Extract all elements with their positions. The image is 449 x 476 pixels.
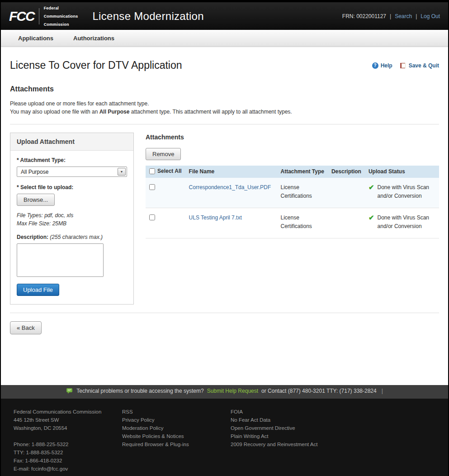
attachment-type-select[interactable]: All Purpose: [17, 167, 127, 177]
file-types-note: File Types: pdf, doc, xls: [17, 211, 127, 219]
instructions-line-2-bold: All Purpose: [99, 109, 130, 115]
check-icon: [369, 214, 374, 222]
max-size-note: Max File Size: 25MB: [17, 219, 127, 228]
footer-link-website-policies[interactable]: Website Policies & Notices: [122, 432, 231, 440]
logout-link[interactable]: Log Out: [421, 13, 440, 19]
attachment-type-value: All Purpose: [21, 169, 118, 175]
attachments-section: Attachments Remove Select All File Name: [146, 133, 439, 238]
footer-fcc-name: Federal Communications Commission: [14, 408, 122, 416]
save-quit-link[interactable]: Save & Quit: [400, 62, 439, 69]
upload-status-cell: Done with Virus Scan and/or Conversion: [365, 208, 439, 238]
remove-button[interactable]: Remove: [146, 148, 181, 160]
help-bar-contact: or Contact (877) 480-3201 TTY: (717) 338…: [261, 388, 377, 394]
footer-fax: Fax: 1-866-418-0232: [14, 457, 122, 465]
content-row: Upload Attachment * Attachment Type: All…: [10, 133, 439, 305]
page: FCC Federal Communications Commission Li…: [1, 0, 448, 476]
upload-status-text: Done with Virus Scan and/or Conversion: [378, 214, 435, 231]
select-all-checkbox[interactable]: [149, 168, 155, 174]
description-cell: [328, 208, 365, 238]
description-cell: [328, 178, 365, 208]
attachment-type-label: * Attachment Type:: [17, 157, 127, 163]
main-nav: Applications Authorizations: [1, 30, 448, 47]
footer-link-required-browser[interactable]: Required Browser & Plug-ins: [122, 440, 231, 448]
main-content: License To Cover for DTV Application Hel…: [1, 47, 448, 385]
description-label: Description:: [17, 234, 48, 240]
instructions-line-2: You may also upload one file with an All…: [10, 108, 439, 116]
section-heading-attachments: Attachments: [10, 85, 439, 93]
logo-divider: [39, 8, 39, 24]
row-checkbox[interactable]: [149, 184, 155, 190]
footer-link-no-fear-act[interactable]: No Fear Act Data: [231, 416, 317, 424]
nav-item-applications[interactable]: Applications: [8, 30, 63, 46]
header-right: FRN: 0022001127 | Search | Log Out: [342, 13, 440, 19]
description-textarea[interactable]: [17, 243, 104, 277]
table-row: ULS Testing April 7.txt License Certific…: [146, 208, 439, 238]
footer-link-foia[interactable]: FOIA: [231, 408, 317, 416]
footer-address-2: Washington, DC 20554: [14, 424, 122, 432]
footer-link-recovery-act[interactable]: 2009 Recovery and Reinvestment Act: [231, 440, 317, 448]
footer-column-contact: Federal Communications Commission 445 12…: [14, 408, 122, 473]
app-title: License Modernization: [92, 10, 203, 23]
footer-link-privacy-policy[interactable]: Privacy Policy: [122, 416, 231, 424]
help-link-label: Help: [381, 62, 392, 69]
footer-email: E-mail: fccinfo@fcc.gov: [14, 465, 122, 473]
logo-line-2: Communications: [44, 12, 78, 20]
browse-button[interactable]: Browse...: [17, 194, 55, 206]
column-upload-status: Upload Status: [365, 166, 439, 178]
instructions: Please upload one or more files for each…: [10, 100, 439, 116]
attachment-type-cell: License Certifications: [277, 178, 327, 208]
upload-status-cell: Done with Virus Scan and/or Conversion: [365, 178, 439, 208]
file-link[interactable]: Correspondence1_Tda_User.PDF: [189, 184, 271, 190]
divider-bottom: [10, 313, 439, 313]
file-link[interactable]: ULS Testing April 7.txt: [189, 214, 242, 221]
back-button[interactable]: « Back: [10, 321, 42, 334]
select-all-label: Select All: [157, 168, 182, 174]
select-file-label: * Select file to upload:: [17, 184, 127, 190]
nav-item-authorizations[interactable]: Authorizations: [63, 30, 124, 46]
footer-help-bar: Technical problems or trouble accessing …: [1, 385, 448, 399]
footer-gap: [14, 432, 122, 440]
back-row: « Back: [10, 321, 439, 334]
table-header-row: Select All File Name Attachment Type Des…: [146, 166, 439, 178]
description-label-row: Description: (255 characters max.): [17, 234, 127, 240]
footer-column-government: FOIA No Fear Act Data Open Government Di…: [231, 408, 317, 473]
save-quit-label: Save & Quit: [409, 62, 439, 69]
top-header: FCC Federal Communications Commission Li…: [1, 0, 448, 30]
upload-status-text: Done with Virus Scan and/or Conversion: [378, 183, 435, 200]
footer-link-open-government[interactable]: Open Government Directive: [231, 424, 317, 432]
upload-file-button[interactable]: Upload File: [17, 284, 59, 296]
chat-icon: [66, 388, 73, 394]
row-checkbox[interactable]: [149, 214, 155, 220]
file-notes: File Types: pdf, doc, xls Max File Size:…: [17, 211, 127, 228]
help-icon: [372, 62, 378, 69]
title-links: Help Save & Quit: [372, 62, 439, 69]
column-file-name: File Name: [185, 166, 277, 178]
footer-link-rss[interactable]: RSS: [122, 408, 231, 416]
description-hint: (255 characters max.): [50, 234, 103, 240]
footer-link-plain-writing[interactable]: Plain Writing Act: [231, 432, 317, 440]
upload-panel-title: Upload Attachment: [10, 133, 133, 151]
footer-address-1: 445 12th Street SW: [14, 416, 122, 424]
footer-link-moderation-policy[interactable]: Moderation Policy: [122, 424, 231, 432]
divider-top: [10, 124, 439, 124]
help-bar-text: Technical problems or trouble accessing …: [76, 388, 203, 394]
help-bar-pipe: |: [382, 388, 383, 394]
check-icon: [369, 183, 374, 191]
upload-panel-body: * Attachment Type: All Purpose * Select …: [10, 151, 133, 304]
chevron-down-icon: [118, 168, 126, 176]
frn-label: FRN: 0022001127: [342, 13, 386, 19]
table-row: Correspondence1_Tda_User.PDF License Cer…: [146, 178, 439, 208]
attachments-table: Select All File Name Attachment Type Des…: [146, 166, 439, 238]
page-title: License To Cover for DTV Application: [10, 59, 372, 71]
help-link[interactable]: Help: [372, 62, 392, 69]
search-link[interactable]: Search: [395, 13, 412, 19]
submit-help-request-link[interactable]: Submit Help Request: [207, 388, 258, 394]
instructions-line-1: Please upload one or more files for each…: [10, 100, 439, 108]
column-attachment-type: Attachment Type: [277, 166, 327, 178]
row-checkbox-cell: [146, 208, 185, 238]
upload-attachment-panel: Upload Attachment * Attachment Type: All…: [10, 133, 134, 305]
row-checkbox-cell: [146, 178, 185, 208]
attachments-title: Attachments: [146, 133, 439, 141]
instructions-line-2-post: attachment type. This attachment will ap…: [129, 109, 292, 115]
footer: Technical problems or trouble accessing …: [1, 385, 448, 476]
